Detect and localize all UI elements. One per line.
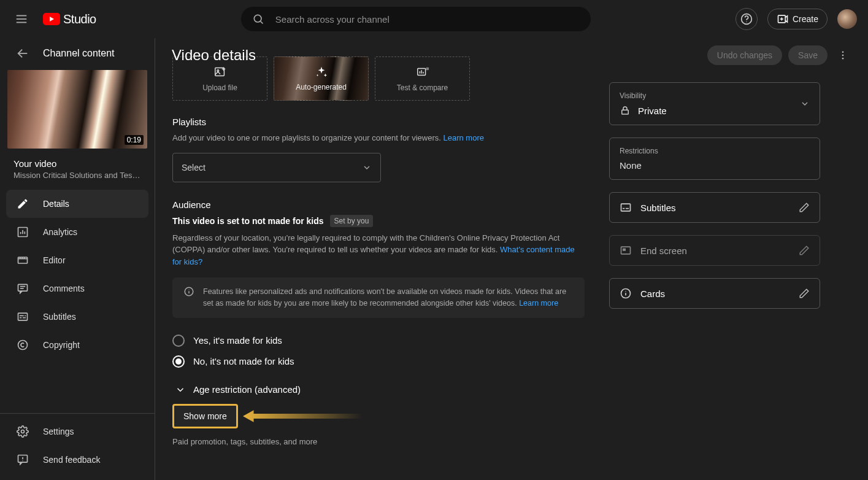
nav-comments[interactable]: Comments <box>6 274 148 303</box>
feedback-icon <box>16 454 29 466</box>
audience-desc: Regardless of your location, you're lega… <box>172 232 585 268</box>
right-rail: Video details Undo changes Save Visibili… <box>609 38 836 480</box>
svg-marker-46 <box>243 410 363 422</box>
video-thumbnail[interactable]: 0:19 <box>7 70 147 149</box>
audience-status: This video is set to not made for kids <box>172 216 324 226</box>
svg-rect-42 <box>426 68 429 71</box>
annotation-arrow-icon <box>243 408 363 424</box>
nav-label: Settings <box>43 427 74 436</box>
save-button[interactable]: Save <box>788 45 828 65</box>
nav-label: Subtitles <box>43 312 76 322</box>
sidebar-meta: Your video Mission Critical Solutions an… <box>0 155 155 186</box>
svg-point-58 <box>625 291 626 292</box>
audience-status-line: This video is set to not made for kids S… <box>172 215 585 227</box>
back-button[interactable] <box>16 47 29 60</box>
search-input[interactable] <box>274 14 580 25</box>
svg-rect-51 <box>621 204 631 211</box>
edit-pen-icon[interactable] <box>799 202 810 213</box>
thumb-test-label: Test & compare <box>397 83 448 92</box>
subtitles-icon <box>16 311 29 323</box>
help-button[interactable] <box>735 8 758 30</box>
compare-icon <box>416 65 429 79</box>
youtube-studio-logo[interactable]: Studio <box>43 12 96 26</box>
age-restriction-label: Age restriction (advanced) <box>193 384 301 395</box>
audience-info-box: Features like personalized ads and notif… <box>172 277 585 318</box>
restrictions-card: Restrictions None <box>609 137 820 180</box>
content: Upload file Auto-generated Test & compar… <box>155 38 609 480</box>
gear-icon <box>16 425 29 438</box>
svg-point-30 <box>21 430 25 433</box>
age-restriction-expander[interactable]: Age restriction (advanced) <box>172 372 585 404</box>
search-wrap <box>96 7 735 31</box>
editor-icon <box>16 254 29 266</box>
svg-rect-24 <box>18 313 28 320</box>
subtitles-label: Subtitles <box>640 203 676 213</box>
nav-label: Analytics <box>43 227 77 237</box>
topbar: Studio Create <box>0 0 868 38</box>
cards-card[interactable]: Cards <box>609 278 820 309</box>
avatar[interactable] <box>837 9 857 29</box>
playlists-select-label: Select <box>182 163 205 172</box>
nav-settings[interactable]: Settings <box>6 417 148 446</box>
nav-subtitles[interactable]: Subtitles <box>6 303 148 331</box>
restrictions-label: Restrictions <box>620 147 810 155</box>
radio-yes-kids[interactable]: Yes, it's made for kids <box>172 330 585 351</box>
kebab-icon <box>837 50 848 61</box>
nav-details[interactable]: Details <box>6 190 148 218</box>
info-icon <box>620 287 632 300</box>
arrow-left-icon <box>16 47 29 60</box>
top-actions: Create <box>735 8 857 30</box>
thumb-upload-label: Upload file <box>202 83 237 92</box>
video-duration: 0:19 <box>125 135 144 145</box>
page-title: Video details <box>172 47 256 64</box>
more-options-button[interactable] <box>834 46 852 64</box>
youtube-play-icon <box>43 13 60 25</box>
sparkle-icon <box>315 66 328 79</box>
svg-point-4 <box>254 15 261 22</box>
nav-copyright[interactable]: Copyright <box>6 331 148 359</box>
nav-feedback[interactable]: Send feedback <box>6 446 148 474</box>
nav-label: Copyright <box>43 340 80 350</box>
end-screen-card[interactable]: End screen <box>609 235 820 266</box>
upload-image-icon <box>213 65 227 79</box>
subtitles-card[interactable]: Subtitles <box>609 192 820 223</box>
end-screen-label: End screen <box>640 246 687 256</box>
visibility-card[interactable]: Visibility Private <box>609 82 820 125</box>
help-icon <box>740 13 753 25</box>
nav-editor[interactable]: Editor <box>6 246 148 274</box>
sidebar: Channel content 0:19 Your video Mission … <box>0 38 155 480</box>
search-icon <box>252 13 264 25</box>
visibility-label: Visibility <box>620 91 667 100</box>
undo-changes-button[interactable]: Undo changes <box>707 45 782 65</box>
page-head: Video details Undo changes Save <box>172 45 852 65</box>
thumb-auto-label: Auto-generated <box>296 83 347 91</box>
audience-title: Audience <box>172 199 585 210</box>
svg-point-49 <box>842 58 844 60</box>
playlists-learn-more-link[interactable]: Learn more <box>444 133 484 142</box>
sidebar-title: Channel content <box>43 48 115 59</box>
hamburger-menu-icon[interactable] <box>11 9 32 29</box>
radio-icon-selected <box>172 355 185 368</box>
search-box[interactable] <box>241 7 591 31</box>
audience-info-link[interactable]: Learn more <box>519 299 558 308</box>
lock-icon <box>620 105 631 116</box>
analytics-icon <box>16 226 29 238</box>
nav-analytics[interactable]: Analytics <box>6 218 148 246</box>
svg-point-45 <box>188 289 189 290</box>
svg-point-7 <box>746 21 747 22</box>
sidebar-bottom: Settings Send feedback <box>0 413 155 480</box>
show-more-button[interactable]: Show more <box>172 404 238 428</box>
sidebar-header: Channel content <box>0 38 155 68</box>
create-button[interactable]: Create <box>767 9 828 29</box>
create-icon <box>777 13 789 25</box>
audience-chip: Set by you <box>330 215 374 227</box>
playlists-title: Playlists <box>172 117 585 127</box>
edit-pen-icon[interactable] <box>799 245 810 256</box>
edit-pen-icon[interactable] <box>799 288 810 299</box>
radio-label: No, it's not made for kids <box>193 356 294 366</box>
nav-label: Details <box>43 199 69 209</box>
playlists-select[interactable]: Select <box>172 153 381 182</box>
radio-no-kids[interactable]: No, it's not made for kids <box>172 351 585 372</box>
info-icon <box>183 286 194 309</box>
chevron-down-icon <box>362 163 372 172</box>
